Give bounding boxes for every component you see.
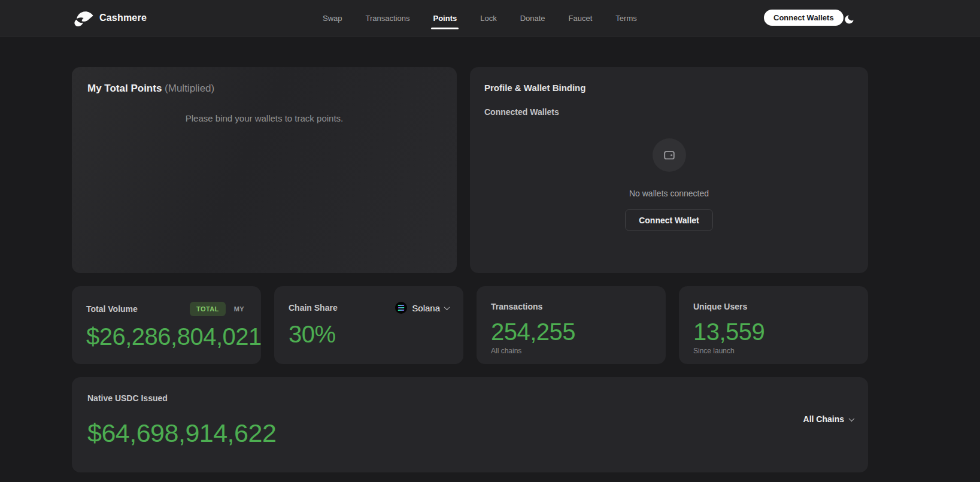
connected-wallets-label: Connected Wallets [484,107,854,117]
my-total-points-card: My Total Points (Multiplied) Please bind… [72,67,457,273]
wallet-icon-circle [653,138,686,172]
points-card-title-suffix: (Multiplied) [162,83,214,94]
profile-wallet-binding-card: Profile & Wallet Binding Connected Walle… [470,67,868,273]
chain-share-title: Chain Share [289,303,338,313]
all-chains-value: All Chains [803,414,844,424]
all-chains-dropdown[interactable]: All Chains [803,414,854,424]
moon-icon [844,14,855,25]
nav-item-transactions[interactable]: Transactions [366,0,410,36]
transactions-card: Transactions 254,255 All chains [477,286,666,364]
header: Cashmere Swap Transactions Points Lock D… [0,0,980,37]
chain-select-dropdown[interactable]: Solana [395,302,449,314]
connect-wallet-button[interactable]: Connect Wallet [625,209,713,231]
total-volume-card: Total Volume TOTAL MY $26,286,804,021 [72,286,261,364]
nav-item-swap[interactable]: Swap [323,0,342,36]
nav-item-faucet[interactable]: Faucet [569,0,593,36]
unique-users-value: 13,559 [693,319,854,345]
chevron-down-icon [849,416,855,422]
unique-users-title: Unique Users [693,302,747,311]
nav-item-lock[interactable]: Lock [480,0,496,36]
chain-share-card: Chain Share Solana 30% [274,286,463,364]
wallet-empty-state: No wallets connected Connect Wallet [470,138,868,231]
chain-share-value: 30% [289,322,449,347]
transactions-title: Transactions [491,302,542,311]
nav-item-donate[interactable]: Donate [520,0,545,36]
wallet-icon [663,148,676,162]
points-card-title: My Total Points (Multiplied) [87,83,441,95]
cashmere-logo-icon [74,10,94,26]
transactions-caption: All chains [491,347,651,355]
solana-icon [395,302,407,314]
volume-toggle: TOTAL MY [190,302,247,316]
transactions-value: 254,255 [491,319,651,345]
connect-wallets-button[interactable]: Connect Wallets [764,10,844,26]
chain-select-value: Solana [412,303,440,313]
total-volume-value: $26,286,804,021 [86,324,247,350]
native-usdc-card: Native USDC Issued All Chains $64,698,91… [72,377,868,472]
theme-toggle-button[interactable] [842,12,856,26]
page: Cashmere Swap Transactions Points Lock D… [0,0,980,482]
toggle-my-button[interactable]: MY [232,302,247,316]
native-usdc-value: $64,698,914,622 [87,420,852,447]
nav-item-points[interactable]: Points [433,0,457,36]
total-volume-title: Total Volume [86,304,138,314]
unique-users-caption: Since launch [693,347,854,355]
no-wallets-text: No wallets connected [629,189,709,198]
points-empty-message: Please bind your wallets to track points… [87,113,441,123]
unique-users-card: Unique Users 13,559 Since launch [679,286,868,364]
brand[interactable]: Cashmere [74,0,147,36]
main-nav: Swap Transactions Points Lock Donate Fau… [323,0,637,36]
native-usdc-title: Native USDC Issued [87,393,168,403]
wallet-card-title: Profile & Wallet Binding [484,83,854,93]
nav-item-terms[interactable]: Terms [615,0,636,36]
toggle-total-button[interactable]: TOTAL [190,302,226,316]
chevron-down-icon [444,304,450,310]
brand-name: Cashmere [99,13,147,23]
